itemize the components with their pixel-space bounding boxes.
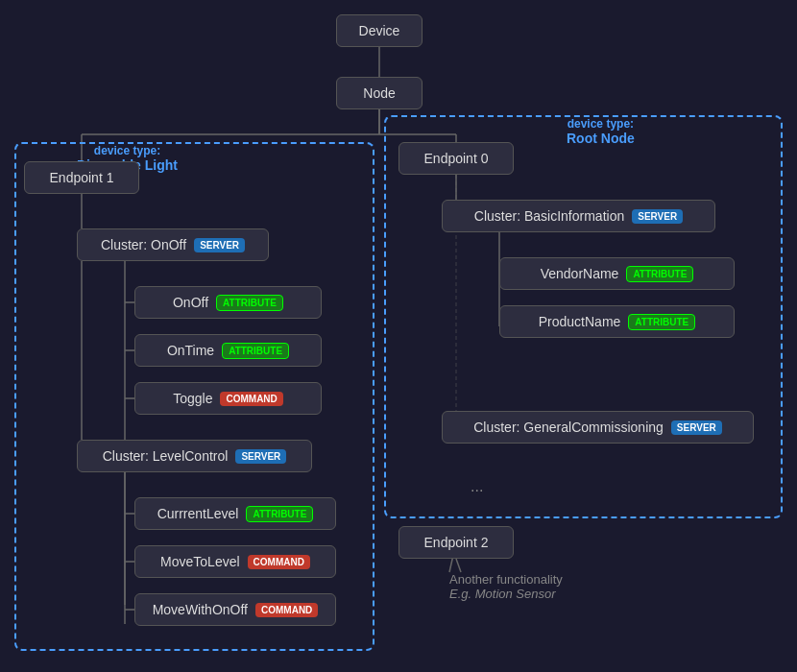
vendor-name-box: VendorName ATTRIBUTE [499,257,735,290]
command-badge-toggle: COMMAND [220,392,282,406]
device-node: Device [336,14,423,47]
attribute-badge: ATTRIBUTE [216,295,283,311]
onoff-box: OnOff ATTRIBUTE [134,286,322,319]
ontime-box: OnTime ATTRIBUTE [134,334,322,367]
move-to-level-box: MoveToLevel COMMAND [134,545,336,578]
command-badge-movewithonoff: COMMAND [255,603,318,617]
cluster-basic-box: Cluster: BasicInformation SERVER [442,200,715,232]
server-badge: SERVER [194,238,245,252]
endpoint1-box: Endpoint 1 [24,161,139,194]
cluster-general-box: Cluster: GeneralCommissioning SERVER [442,411,754,444]
cluster-onoff-box: Cluster: OnOff SERVER [77,228,269,261]
server-badge-level: SERVER [235,449,286,464]
attribute-badge-level: ATTRIBUTE [246,506,313,522]
diagram: ... device type: Dimmable Light device t… [0,0,797,672]
svg-line-27 [456,559,461,572]
move-with-onoff-box: MoveWithOnOff COMMAND [134,593,336,626]
server-badge-general: SERVER [671,420,722,435]
server-badge-basic: SERVER [632,209,683,224]
node-node: Node [336,77,423,109]
endpoint0-box: Endpoint 0 [398,142,514,175]
product-name-box: ProductName ATTRIBUTE [499,305,735,338]
current-level-box: CurrrentLevel ATTRIBUTE [134,497,336,530]
another-func-text: Another functionality E.g. Motion Sensor [449,572,563,601]
attribute-badge-ontime: ATTRIBUTE [222,343,289,359]
endpoint2-box: Endpoint 2 [398,526,514,559]
root-node-label: device type: Root Node [567,117,635,146]
attribute-badge-product: ATTRIBUTE [628,314,695,330]
attribute-badge-vendor: ATTRIBUTE [626,266,693,282]
toggle-box: Toggle COMMAND [134,382,322,415]
cluster-level-box: Cluster: LevelControl SERVER [77,440,312,472]
command-badge-movetolevel: COMMAND [248,555,310,569]
